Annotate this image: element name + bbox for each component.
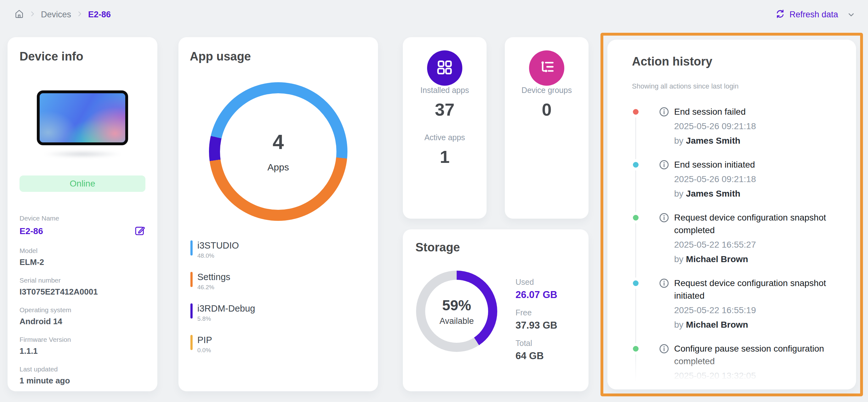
info-icon[interactable] <box>659 160 670 171</box>
action-item: Request device configuration snapshot in… <box>632 277 837 331</box>
action-item: Configure pause session configuration co… <box>632 342 837 390</box>
legend-item: PIP 0.0% <box>190 335 367 354</box>
field-value: I3T075E2T412A0001 <box>20 287 98 297</box>
storage-stat-value: 64 GB <box>516 350 557 362</box>
by-prefix: by <box>674 320 684 329</box>
action-timestamp: 2025-05-22 16:55:19 <box>674 304 837 317</box>
breadcrumb: Devices E2-86 <box>14 9 111 20</box>
field-label: Firmware Version <box>20 336 146 343</box>
action-timestamp: 2025-05-20 13:32:05 <box>674 370 837 382</box>
installed-apps-icon-badge <box>427 50 462 86</box>
action-timestamp: 2025-05-26 09:21:18 <box>674 120 837 133</box>
status-dot <box>633 162 639 168</box>
action-timeline: End session failed 2025-05-26 09:21:18 b… <box>632 106 837 390</box>
storage-title: Storage <box>415 241 576 254</box>
actor-name: James Smith <box>686 189 741 199</box>
app-usage-card: App usage 4 Apps i3STUDIO 48.0% Settings… <box>179 37 378 391</box>
active-apps-label: Active apps <box>403 133 487 142</box>
legend-color-bar <box>190 240 193 256</box>
by-prefix: by <box>674 254 684 264</box>
by-prefix: by <box>674 385 684 390</box>
storage-stat-row: Total 64 GB <box>516 339 557 362</box>
storage-card: Storage 59% Available Used 26.07 GB Free… <box>403 229 589 391</box>
status-dot <box>633 215 639 221</box>
middle-column: Installed apps 37 Active apps 1 <box>403 37 589 391</box>
legend-color-bar <box>190 335 193 350</box>
device-field-row: Operating system Android 14 <box>20 306 146 326</box>
status-dot <box>633 346 639 352</box>
info-icon[interactable] <box>659 212 670 224</box>
device-groups-icon-badge <box>529 50 564 86</box>
device-info-title: Device info <box>20 50 146 63</box>
storage-body: 59% Available Used 26.07 GB Free 37.93 G… <box>415 270 576 369</box>
legend-app-name: PIP <box>197 335 212 345</box>
legend-color-bar <box>190 272 193 287</box>
field-label: Operating system <box>20 306 146 314</box>
action-item: Request device configuration snapshot co… <box>632 211 837 266</box>
tablet-screen <box>40 93 125 142</box>
summary-cards-row: Installed apps 37 Active apps 1 <box>403 37 589 219</box>
device-field-row: Device Name E2-86 <box>20 214 146 237</box>
field-value: E2-86 <box>20 226 43 236</box>
by-prefix: by <box>674 136 684 146</box>
action-byline: byJames Smith <box>674 188 837 200</box>
info-icon[interactable] <box>659 343 670 355</box>
actor-name: James Smith <box>686 385 741 390</box>
device-groups-value: 0 <box>505 99 589 120</box>
field-label: Last updated <box>20 366 146 373</box>
storage-donut-chart: 59% Available <box>416 270 497 352</box>
legend-app-percent: 48.0% <box>197 252 239 259</box>
storage-stat-label: Used <box>516 278 557 287</box>
device-info-card: Device info Online Device Name E2-86 Mod… <box>7 37 157 391</box>
storage-stat-row: Used 26.07 GB <box>516 278 557 300</box>
refresh-dropdown-chevron[interactable] <box>847 10 856 19</box>
legend-item: i3RDM-Debug 5.8% <box>190 304 367 322</box>
breadcrumb-item-devices[interactable]: Devices <box>41 10 71 20</box>
refresh-label: Refresh data <box>789 10 838 20</box>
action-history-card: Action history Showing all actions since… <box>608 40 856 390</box>
app-usage-donut-chart: 4 Apps <box>209 82 347 221</box>
legend-item: i3STUDIO 48.0% <box>190 240 367 259</box>
action-history-title: Action history <box>632 55 837 68</box>
legend-app-name: i3RDM-Debug <box>197 304 255 314</box>
info-icon[interactable] <box>659 107 670 118</box>
device-field-row: Firmware Version 1.1.1 <box>20 336 146 356</box>
device-groups-card: Device groups 0 <box>505 37 589 219</box>
topbar: Devices E2-86 Refresh data <box>0 0 868 29</box>
storage-stat-value: 37.93 GB <box>516 320 557 331</box>
breadcrumb-separator-icon <box>29 10 36 19</box>
actor-name: Michael Brown <box>686 254 748 264</box>
home-link[interactable] <box>14 9 24 20</box>
home-icon <box>14 9 24 20</box>
device-fields: Device Name E2-86 Model ELM-2 Serial num… <box>20 214 146 385</box>
legend-app-percent: 5.8% <box>197 315 255 322</box>
action-history-subtitle: Showing all actions since last login <box>632 82 837 90</box>
action-title: Configure pause session configuration co… <box>674 342 837 368</box>
action-title: End session failed <box>674 106 837 118</box>
refresh-button[interactable]: Refresh data <box>775 9 856 20</box>
installed-apps-value: 37 <box>403 99 487 120</box>
action-title: End session initiated <box>674 159 837 171</box>
device-field-row: Model ELM-2 <box>20 247 146 267</box>
device-field-row: Last updated 1 minute ago <box>20 366 146 385</box>
legend-item: Settings 46.2% <box>190 272 367 291</box>
legend-app-percent: 0.0% <box>197 347 212 354</box>
donut-center: 4 Apps <box>209 82 347 221</box>
storage-stat-row: Free 37.93 GB <box>516 308 557 331</box>
app-usage-legend: i3STUDIO 48.0% Settings 46.2% i3RDM-Debu… <box>190 240 367 354</box>
legend-app-percent: 46.2% <box>197 284 230 291</box>
device-image <box>20 90 146 158</box>
action-item: End session initiated 2025-05-26 09:21:1… <box>632 159 837 200</box>
edit-icon[interactable] <box>134 225 146 237</box>
online-status-badge: Online <box>20 175 146 192</box>
field-value: 1 minute ago <box>20 376 70 385</box>
app-count-value: 4 <box>273 131 284 154</box>
installed-apps-card: Installed apps 37 Active apps 1 <box>403 37 487 219</box>
apps-grid-icon <box>436 59 453 77</box>
info-icon[interactable] <box>659 278 670 290</box>
action-item: End session failed 2025-05-26 09:21:18 b… <box>632 106 837 147</box>
field-label: Device Name <box>20 214 146 222</box>
action-title: Request device configuration snapshot co… <box>674 211 837 237</box>
storage-donut-center: 59% Available <box>416 270 497 352</box>
device-field-row: Serial number I3T075E2T412A0001 <box>20 277 146 297</box>
